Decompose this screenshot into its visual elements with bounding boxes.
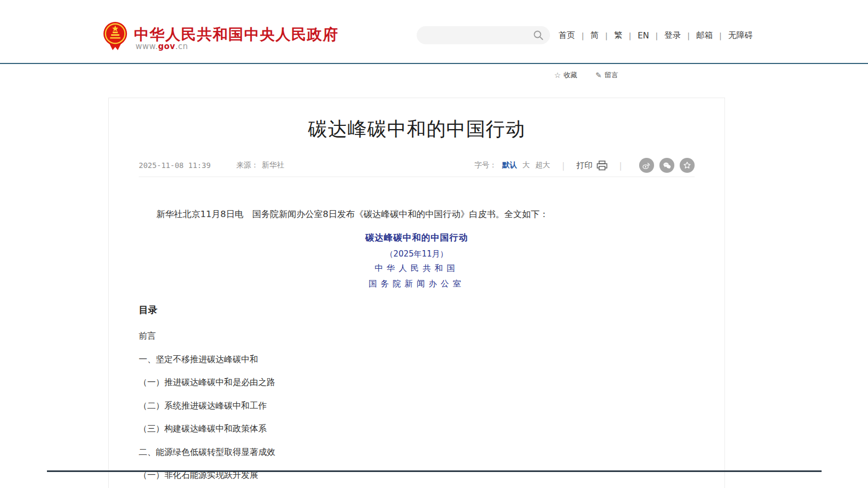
nav-mail[interactable]: 邮箱	[695, 30, 714, 41]
document-author-line1: 中华人民共和国	[139, 261, 695, 276]
favorite-label: 收藏	[563, 70, 577, 80]
national-emblem-logo	[102, 20, 128, 51]
site-url: www.gov.cn	[136, 42, 188, 51]
document-heading-block: 碳达峰碳中和的中国行动 （2025年11月） 中华人民共和国 国务院新闻办公室	[139, 231, 695, 292]
action-row: ☆ 收藏 ✎ 留言	[108, 70, 725, 80]
site-url-main: gov	[158, 42, 175, 51]
star-circle-icon	[682, 161, 692, 170]
search-box[interactable]	[417, 26, 550, 44]
search-input[interactable]	[425, 31, 533, 39]
message-link[interactable]: ✎ 留言	[595, 70, 618, 80]
document-date: （2025年11月）	[139, 247, 695, 261]
toc-item-2: 二、能源绿色低碳转型取得显著成效	[139, 446, 695, 458]
toc-item-1: 一、坚定不移推进碳达峰碳中和	[139, 354, 695, 365]
source: 来源：新华社	[236, 161, 284, 170]
weibo-icon	[642, 161, 651, 170]
print-label: 打印	[577, 161, 593, 171]
article-meta-row: 2025-11-08 11:39 来源：新华社 字号： 默认 大 超大 | 打印…	[139, 157, 695, 173]
wechat-icon	[662, 161, 672, 170]
source-name[interactable]: 新华社	[262, 161, 284, 169]
font-size-label: 字号：	[474, 161, 497, 170]
toc-item-1-1: （一）推进碳达峰碳中和是必由之路	[139, 377, 695, 388]
site-header: 中华人民共和国中央人民政府 www.gov.cn 首页 | 简 | 繁 | EN…	[0, 0, 868, 63]
message-label: 留言	[604, 70, 618, 80]
toc-item-1-2: （二）系统推进碳达峰碳中和工作	[139, 400, 695, 412]
share-favorite-button[interactable]	[680, 158, 695, 173]
page: 中华人民共和国中央人民政府 www.gov.cn 首页 | 简 | 繁 | EN…	[0, 0, 868, 488]
nav-simplified[interactable]: 简	[590, 30, 600, 41]
meta-divider	[139, 177, 695, 177]
footer-top-border	[47, 470, 822, 472]
nav-separator: |	[582, 31, 584, 40]
nav-english[interactable]: EN	[636, 31, 650, 41]
nav-accessibility[interactable]: 无障碍	[727, 30, 754, 41]
star-outline-icon: ☆	[554, 71, 561, 79]
nav-separator: |	[628, 31, 631, 40]
search-icon[interactable]	[533, 30, 544, 41]
source-label: 来源：	[236, 161, 259, 169]
document-title: 碳达峰碳中和的中国行动	[139, 231, 695, 245]
toc-item-preface: 前言	[139, 330, 695, 342]
toc-list: 前言 一、坚定不移推进碳达峰碳中和 （一）推进碳达峰碳中和是必由之路 （二）系统…	[139, 330, 695, 481]
tools-separator: |	[562, 161, 564, 171]
document-author-line2: 国务院新闻办公室	[139, 276, 695, 292]
nav-separator: |	[719, 31, 722, 40]
article-tools: 字号： 默认 大 超大 | 打印 |	[474, 158, 695, 173]
pencil-icon: ✎	[595, 71, 602, 79]
font-size-large[interactable]: 大	[522, 161, 530, 170]
nav-separator: |	[687, 31, 690, 40]
tools-separator: |	[619, 161, 622, 171]
nav-login[interactable]: 登录	[663, 30, 682, 41]
favorite-link[interactable]: ☆ 收藏	[554, 70, 578, 80]
printer-icon	[596, 161, 608, 171]
share-weibo-button[interactable]	[639, 158, 654, 173]
share-wechat-button[interactable]	[659, 158, 674, 173]
header-divider-line	[0, 63, 868, 64]
publish-date: 2025-11-08 11:39	[139, 161, 211, 170]
nav-separator: |	[656, 31, 658, 40]
nav-separator: |	[605, 31, 608, 40]
toc-heading: 目录	[139, 303, 695, 316]
site-url-prefix: www.	[136, 42, 158, 51]
article-card: 碳达峰碳中和的中国行动 2025-11-08 11:39 来源：新华社 字号： …	[108, 98, 725, 488]
lead-paragraph: 新华社北京11月8日电 国务院新闻办公室8日发布《碳达峰碳中和的中国行动》白皮书…	[139, 207, 695, 221]
font-size-default[interactable]: 默认	[502, 161, 517, 170]
nav-home[interactable]: 首页	[558, 30, 576, 41]
print-button[interactable]: 打印	[577, 161, 608, 171]
top-nav: 首页 | 简 | 繁 | EN | 登录 | 邮箱 | 无障碍	[558, 30, 754, 41]
article-title: 碳达峰碳中和的中国行动	[139, 116, 695, 142]
font-size-xlarge[interactable]: 超大	[535, 161, 550, 170]
toc-item-1-3: （三）构建碳达峰碳中和政策体系	[139, 423, 695, 435]
nav-traditional[interactable]: 繁	[613, 30, 624, 41]
site-url-suffix: .cn	[176, 42, 188, 51]
